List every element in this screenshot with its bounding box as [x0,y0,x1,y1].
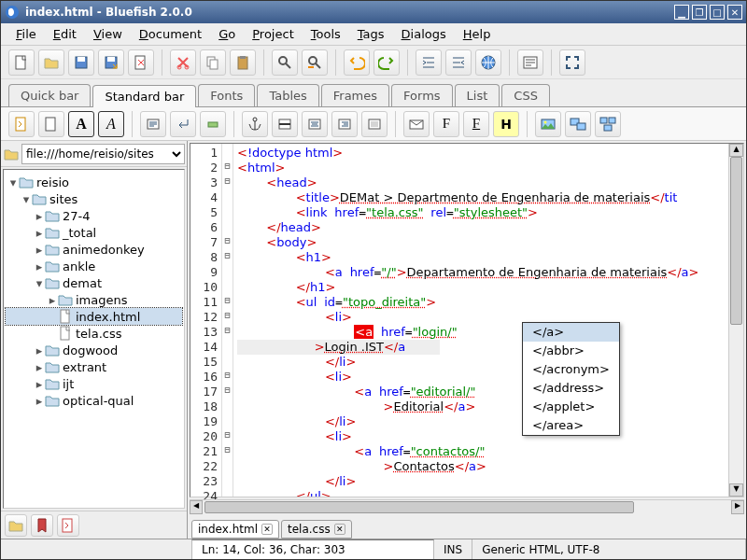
document-tab[interactable]: index.html✕ [191,520,279,539]
toolbar-tab-css[interactable]: CSS [501,84,550,106]
bookmark-button[interactable] [31,514,53,537]
basefont-button[interactable]: F [463,111,489,137]
new-button[interactable] [8,49,35,76]
center-button[interactable] [302,111,328,137]
unindent-button[interactable] [445,49,472,76]
toolbar-tab-list[interactable]: List [455,84,500,106]
document-tab[interactable]: tela.css✕ [281,520,352,539]
body-button[interactable] [38,111,64,137]
paste-button[interactable] [230,49,256,76]
autocomplete-item[interactable]: </applet> [523,398,619,416]
save-button[interactable] [68,49,94,76]
menu-view[interactable]: View [86,25,130,43]
close-tab-icon[interactable]: ✕ [334,524,345,535]
minimize-button[interactable]: ▁ [674,5,689,20]
tree-item[interactable]: ▸imagens [6,291,182,308]
code-area[interactable]: <!doctype html> <html> <head> <title>DEM… [233,144,728,497]
italic-button[interactable]: A [98,111,124,137]
file-tree[interactable]: ▾reisio▾sites▸27-4▸_total▸animedonkey▸an… [3,169,185,509]
tree-item[interactable]: ▾demat [6,274,182,291]
tree-item[interactable]: ▾sites [6,190,182,207]
menu-go[interactable]: Go [211,25,243,43]
autocomplete-item[interactable]: </abbr> [523,342,619,360]
menu-edit[interactable]: Edit [46,25,84,43]
toolbar-tab-forms[interactable]: Forms [391,84,453,106]
font-button[interactable]: F [433,111,459,137]
undo-button[interactable] [344,49,370,76]
autocomplete-item[interactable]: </acronym> [523,360,619,379]
cut-button[interactable] [170,49,196,76]
multi-thumbnail-button[interactable] [595,111,621,137]
redo-button[interactable] [374,49,400,76]
toolbar-tab-fonts[interactable]: Fonts [198,84,255,106]
close-button[interactable]: ✕ [727,5,742,20]
toolbar-tab-tables[interactable]: Tables [257,84,318,106]
toolbar-tab-standard-bar[interactable]: Standard bar [92,85,196,107]
browser-button[interactable] [475,49,501,76]
autocomplete-popup[interactable]: </a></abbr></acronym></address></applet>… [522,322,620,436]
fullscreen-button[interactable] [559,49,585,76]
editor[interactable]: 123456789101112131415161718192021222324 … [190,143,744,497]
menu-project[interactable]: Project [245,25,302,43]
open-location-button[interactable] [5,514,27,537]
image-button[interactable] [535,111,561,137]
restore-button[interactable]: ❐ [692,5,707,20]
email-button[interactable] [403,111,430,137]
rightalign-button[interactable] [331,111,358,137]
find-button[interactable] [272,49,298,76]
open-button[interactable] [38,49,64,76]
tree-item[interactable]: ▸dogwood [6,342,182,358]
toolbar-tab-quick-bar[interactable]: Quick bar [8,84,91,106]
quickstart-button[interactable] [8,111,35,137]
indent-button[interactable] [416,49,442,76]
preferences-button[interactable] [517,49,543,76]
menu-dialogs[interactable]: Dialogs [394,25,454,43]
toolbar-tab-frames[interactable]: Frames [321,84,389,106]
tree-item[interactable]: ▸ankle [6,258,182,274]
menu-file[interactable]: File [8,25,44,43]
horizontal-scrollbar[interactable]: ◀ ▶ [190,499,744,514]
autocomplete-item[interactable]: </area> [523,416,619,435]
autocomplete-item[interactable]: </a> [523,323,619,342]
scroll-thumb[interactable] [730,157,742,325]
hscroll-thumb[interactable] [204,501,634,513]
encoding: Generic HTML, UTF-8 [472,539,746,559]
maximize-button[interactable]: □ [710,5,725,20]
break-button[interactable] [170,111,196,137]
thumbnail-button[interactable] [565,111,591,137]
close-tab-icon[interactable]: ✕ [261,524,273,535]
autocomplete-item[interactable]: </address> [523,379,619,398]
tree-item[interactable]: ▸_total [6,224,182,241]
menu-tags[interactable]: Tags [350,25,392,43]
toolbar-tabs: Quick barStandard barFontsTablesFramesFo… [1,79,746,107]
tree-item[interactable]: ▾reisio [6,174,182,190]
comment-button[interactable] [361,111,388,137]
tree-item[interactable]: ▸animedonkey [6,241,182,258]
refresh-tree-button[interactable] [57,514,79,537]
nbsp-button[interactable] [200,111,226,137]
tree-item[interactable]: ▸optical-qual [6,392,182,409]
menu-help[interactable]: Help [456,25,499,43]
vertical-scrollbar[interactable]: ▲ ▼ [728,144,743,497]
scroll-up-button[interactable]: ▲ [729,144,743,157]
tree-item[interactable]: ▸ijt [6,375,182,392]
tree-item[interactable]: ▸27-4 [6,207,182,224]
replace-button[interactable] [302,49,328,76]
save-as-button[interactable] [98,49,124,76]
path-select[interactable]: file:///home/reisio/sites [21,144,185,164]
paragraph-button[interactable] [140,111,166,137]
tree-item[interactable]: ▸extrant [6,358,182,375]
anchor-button[interactable] [242,111,268,137]
scroll-right-button[interactable]: ▶ [731,500,744,514]
hrule-button[interactable] [272,111,298,137]
tree-item[interactable]: tela.css [6,325,182,342]
scroll-left-button[interactable]: ◀ [190,500,203,514]
scroll-down-button[interactable]: ▼ [729,483,743,497]
bold-button[interactable]: A [68,111,94,137]
heading-button[interactable]: H [493,111,519,137]
menu-tools[interactable]: Tools [303,25,348,43]
menu-document[interactable]: Document [132,25,209,43]
close-file-button[interactable] [128,49,154,76]
tree-item[interactable]: index.html [6,308,182,325]
copy-button[interactable] [200,49,226,76]
